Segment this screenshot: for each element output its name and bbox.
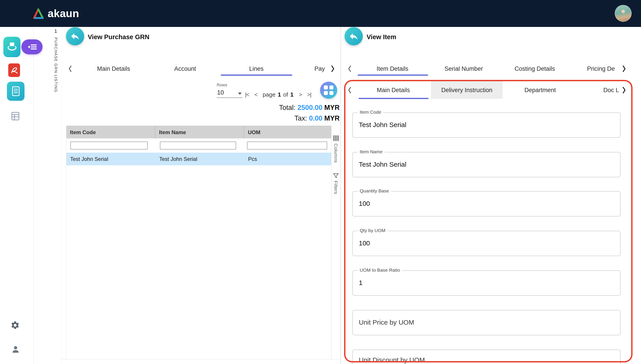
tax-label: Tax: [294,114,307,122]
next-page-button[interactable]: > [299,91,302,98]
quantity-base-label: Quantity Base [358,188,391,194]
item-code-field[interactable]: Item Code Test John Serial [352,112,620,138]
user-avatar[interactable] [615,5,632,22]
item-code-filter-input[interactable] [70,142,148,150]
of-word: of [283,91,288,98]
qty-by-uom-value: 100 [353,231,620,255]
table-left-border [66,126,66,359]
form-lines-icon [11,85,21,97]
funnel-icon [333,173,339,179]
tab-serial-number[interactable]: Serial Number [445,65,483,73]
item-name-label: Item Name [358,149,385,154]
table-header: Item Code Item Name UOM [66,126,331,138]
rows-per-page-label: Rows [217,82,227,88]
unit-price-by-uom-placeholder: Unit Price by UOM [353,310,620,334]
column-header-uom[interactable]: UOM [244,126,331,138]
tab-item-details[interactable]: Item Details [377,65,409,73]
hands-box-icon [7,41,17,53]
tabs-scroll-right-button[interactable] [330,64,336,74]
uom-filter-input[interactable] [247,142,327,150]
page-word: page [263,91,275,98]
qty-by-uom-field[interactable]: Qty by UOM 100 [352,231,620,256]
active-item-tab-underline [358,74,428,76]
panel-divider[interactable] [341,27,341,364]
table-row[interactable]: Test John Serial Test John Serial Pcs [66,153,331,165]
gear-icon [11,320,20,330]
tab-lines[interactable]: Lines [249,65,264,73]
subtabs-scroll-left-button[interactable] [347,86,353,96]
unit-discount-by-uom-field[interactable]: Unit Discount by UOM [352,350,620,364]
tab-payment[interactable]: Pay [314,65,325,73]
uom-to-base-ratio-label: UOM to Base Ratio [358,268,402,273]
prev-page-button[interactable]: < [254,91,257,98]
subtabs-scroll-right-button[interactable] [621,86,627,96]
sidebar-item-listing[interactable] [7,82,25,101]
columns-tool-label: Columns [333,144,339,163]
unit-price-by-uom-field[interactable]: Unit Price by UOM [352,310,620,335]
column-header-item-name[interactable]: Item Name [155,126,244,138]
page-indicator: page 1 of 1 [263,91,293,98]
item-name-filter-input[interactable] [160,142,236,150]
tab-pricing-details[interactable]: Pricing De [587,65,615,73]
rows-per-page-value: 10 [217,89,224,96]
tab-costing-details[interactable]: Costing Details [514,65,555,73]
rows-per-page-select[interactable]: 10 [217,88,242,98]
filters-tool[interactable]: Filters [332,173,340,194]
filters-tool-label: Filters [333,181,339,194]
quantity-base-field[interactable]: Quantity Base 100 [352,191,620,216]
active-subtab-underline [359,98,429,99]
app-root: akaun [0,0,641,364]
page-title: View Purchase GRN [88,33,149,41]
current-page: 1 [278,91,281,98]
total-pages: 1 [290,91,293,98]
subtab-delivery-instruction[interactable]: Delivery Instruction [441,86,492,94]
column-header-item-code[interactable]: Item Code [66,126,155,138]
sidebar-item-table[interactable] [11,111,20,121]
brand-logo-icon [32,7,45,21]
sidebar-item-pdf[interactable] [8,64,20,77]
reply-arrow-icon [349,31,359,42]
quantity-base-value: 100 [353,192,620,216]
left-card-bottom-border [62,359,340,359]
first-page-button[interactable]: |< [245,91,249,98]
sidebar-collapse-button[interactable] [21,40,43,54]
item-tabs-scroll-left-button[interactable] [347,64,353,74]
item-name-value: Test John Serial [353,152,620,176]
sidebar-item-grn-module[interactable] [3,37,21,57]
account-button[interactable] [11,345,20,354]
subtab-department[interactable]: Department [524,86,556,94]
subtab-doc-link[interactable]: Doc L [603,86,619,94]
settings-button[interactable] [11,320,20,330]
total-label: Total: [279,104,295,112]
layout-grid-button[interactable] [320,82,337,99]
total-value: 2500.00 [297,104,322,112]
item-back-button[interactable] [345,27,363,46]
topbar: akaun [0,0,641,27]
tab-account[interactable]: Account [174,65,196,73]
column-bars-icon [333,134,339,142]
uom-to-base-ratio-value: 1 [353,271,620,295]
subtab-main-details[interactable]: Main Details [377,86,410,94]
item-tabs-scroll-right-button[interactable] [621,64,627,74]
cell-item-name: Test John Serial [155,153,244,165]
item-name-field[interactable]: Item Name Test John Serial [352,152,620,177]
table-filter-row [66,138,331,153]
pagination: |< < page 1 of 1 > >| [245,90,311,100]
total-currency: MYR [324,104,340,112]
chevron-down-icon [238,92,242,95]
active-tab-underline [221,74,292,76]
tax-currency: MYR [324,114,340,122]
item-page-title: View Item [367,33,396,41]
qty-by-uom-label: Qty by UOM [358,228,388,233]
table-grid-icon [11,111,20,121]
tabs-scroll-left-button[interactable] [68,64,73,74]
reply-arrow-icon [70,31,80,42]
table-right-border [331,126,332,359]
tab-main-details[interactable]: Main Details [97,65,130,73]
uom-to-base-ratio-field[interactable]: UOM to Base Ratio 1 [352,270,620,296]
person-icon [11,345,20,354]
module-vertical-label: PURCHASE GRN LISTING [54,38,58,92]
columns-tool[interactable]: Columns [332,134,340,163]
back-button[interactable] [66,27,84,46]
last-page-button[interactable]: >| [307,91,311,98]
